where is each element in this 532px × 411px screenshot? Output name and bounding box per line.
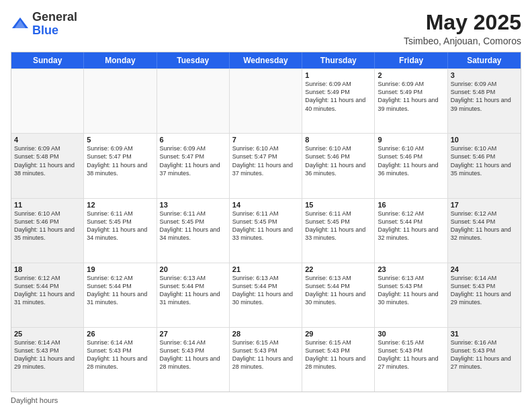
logo: General Blue xyxy=(11,11,77,38)
weekday-header: Monday xyxy=(84,52,157,68)
weekday-header: Saturday xyxy=(448,52,521,68)
logo-blue-text: Blue xyxy=(32,24,58,37)
day-cell: 25Sunrise: 6:14 AM Sunset: 5:43 PM Dayli… xyxy=(11,328,84,392)
day-number: 29 xyxy=(305,330,371,338)
day-number: 24 xyxy=(451,265,518,273)
day-cell: 28Sunrise: 6:15 AM Sunset: 5:43 PM Dayli… xyxy=(230,328,302,392)
day-cell: 6Sunrise: 6:09 AM Sunset: 5:47 PM Daylig… xyxy=(157,134,230,197)
day-cell: 23Sunrise: 6:13 AM Sunset: 5:43 PM Dayli… xyxy=(375,263,447,327)
day-number: 6 xyxy=(160,136,226,144)
day-cell: 12Sunrise: 6:11 AM Sunset: 5:45 PM Dayli… xyxy=(84,199,157,263)
day-number: 11 xyxy=(14,201,81,209)
calendar: SundayMondayTuesdayWednesdayThursdayFrid… xyxy=(11,52,521,392)
day-info: Sunrise: 6:15 AM Sunset: 5:43 PM Dayligh… xyxy=(305,338,371,371)
day-info: Sunrise: 6:11 AM Sunset: 5:45 PM Dayligh… xyxy=(232,210,299,242)
day-number: 23 xyxy=(378,265,444,273)
day-info: Sunrise: 6:10 AM Sunset: 5:46 PM Dayligh… xyxy=(14,210,81,242)
day-number: 17 xyxy=(451,201,518,209)
calendar-row: 25Sunrise: 6:14 AM Sunset: 5:43 PM Dayli… xyxy=(11,327,521,392)
day-info: Sunrise: 6:09 AM Sunset: 5:49 PM Dayligh… xyxy=(378,80,444,113)
day-cell: 22Sunrise: 6:13 AM Sunset: 5:44 PM Dayli… xyxy=(302,263,375,327)
day-cell: 24Sunrise: 6:14 AM Sunset: 5:43 PM Dayli… xyxy=(448,263,521,327)
day-info: Sunrise: 6:12 AM Sunset: 5:44 PM Dayligh… xyxy=(378,210,444,242)
day-cell: 21Sunrise: 6:13 AM Sunset: 5:44 PM Dayli… xyxy=(230,263,302,327)
day-number: 5 xyxy=(87,136,153,144)
day-cell: 29Sunrise: 6:15 AM Sunset: 5:43 PM Dayli… xyxy=(302,328,375,392)
day-info: Sunrise: 6:14 AM Sunset: 5:43 PM Dayligh… xyxy=(14,338,81,371)
day-number: 26 xyxy=(87,330,153,338)
weekday-header: Sunday xyxy=(11,52,84,68)
day-info: Sunrise: 6:12 AM Sunset: 5:44 PM Dayligh… xyxy=(451,210,518,242)
day-number: 22 xyxy=(305,265,371,273)
day-info: Sunrise: 6:13 AM Sunset: 5:44 PM Dayligh… xyxy=(232,274,299,307)
day-cell: 16Sunrise: 6:12 AM Sunset: 5:44 PM Dayli… xyxy=(375,199,447,263)
empty-cell xyxy=(230,69,302,133)
weekday-header: Thursday xyxy=(302,52,375,68)
day-cell: 5Sunrise: 6:09 AM Sunset: 5:47 PM Daylig… xyxy=(84,134,157,197)
day-cell: 30Sunrise: 6:15 AM Sunset: 5:43 PM Dayli… xyxy=(375,328,447,392)
day-number: 19 xyxy=(87,265,153,273)
day-info: Sunrise: 6:10 AM Sunset: 5:47 PM Dayligh… xyxy=(232,144,299,177)
day-cell: 14Sunrise: 6:11 AM Sunset: 5:45 PM Dayli… xyxy=(230,199,302,263)
calendar-row: 18Sunrise: 6:12 AM Sunset: 5:44 PM Dayli… xyxy=(11,263,521,327)
day-info: Sunrise: 6:09 AM Sunset: 5:48 PM Dayligh… xyxy=(451,80,518,113)
day-cell: 4Sunrise: 6:09 AM Sunset: 5:48 PM Daylig… xyxy=(11,134,84,197)
day-cell: 1Sunrise: 6:09 AM Sunset: 5:49 PM Daylig… xyxy=(302,69,375,133)
day-cell: 13Sunrise: 6:11 AM Sunset: 5:45 PM Dayli… xyxy=(157,199,230,263)
day-cell: 18Sunrise: 6:12 AM Sunset: 5:44 PM Dayli… xyxy=(11,263,84,327)
day-cell: 10Sunrise: 6:10 AM Sunset: 5:46 PM Dayli… xyxy=(448,134,521,197)
calendar-row: 1Sunrise: 6:09 AM Sunset: 5:49 PM Daylig… xyxy=(11,68,521,133)
logo-general-text: General xyxy=(32,10,77,24)
day-number: 21 xyxy=(232,265,299,273)
day-number: 15 xyxy=(305,201,371,209)
header: General Blue May 2025 Tsimbeo, Anjouan, … xyxy=(11,11,521,46)
day-info: Sunrise: 6:13 AM Sunset: 5:44 PM Dayligh… xyxy=(160,274,226,307)
day-info: Sunrise: 6:13 AM Sunset: 5:43 PM Dayligh… xyxy=(378,274,444,307)
day-number: 28 xyxy=(232,330,299,338)
day-cell: 11Sunrise: 6:10 AM Sunset: 5:46 PM Dayli… xyxy=(11,199,84,263)
day-info: Sunrise: 6:11 AM Sunset: 5:45 PM Dayligh… xyxy=(305,210,371,242)
day-info: Sunrise: 6:10 AM Sunset: 5:46 PM Dayligh… xyxy=(451,144,518,177)
day-number: 12 xyxy=(87,201,153,209)
day-info: Sunrise: 6:15 AM Sunset: 5:43 PM Dayligh… xyxy=(232,338,299,371)
day-number: 31 xyxy=(451,330,518,338)
day-number: 10 xyxy=(451,136,518,144)
day-info: Sunrise: 6:11 AM Sunset: 5:45 PM Dayligh… xyxy=(87,210,153,242)
logo-icon xyxy=(11,15,30,34)
day-cell: 9Sunrise: 6:10 AM Sunset: 5:46 PM Daylig… xyxy=(375,134,447,197)
day-info: Sunrise: 6:12 AM Sunset: 5:44 PM Dayligh… xyxy=(87,274,153,307)
day-info: Sunrise: 6:09 AM Sunset: 5:49 PM Dayligh… xyxy=(305,80,371,113)
day-info: Sunrise: 6:10 AM Sunset: 5:46 PM Dayligh… xyxy=(305,144,371,177)
day-number: 8 xyxy=(305,136,371,144)
day-cell: 15Sunrise: 6:11 AM Sunset: 5:45 PM Dayli… xyxy=(302,199,375,263)
day-number: 25 xyxy=(14,330,81,338)
day-number: 2 xyxy=(378,71,444,79)
page: General Blue May 2025 Tsimbeo, Anjouan, … xyxy=(0,0,532,411)
day-cell: 7Sunrise: 6:10 AM Sunset: 5:47 PM Daylig… xyxy=(230,134,302,197)
day-number: 13 xyxy=(160,201,226,209)
day-cell: 26Sunrise: 6:14 AM Sunset: 5:43 PM Dayli… xyxy=(84,328,157,392)
day-info: Sunrise: 6:12 AM Sunset: 5:44 PM Dayligh… xyxy=(14,274,81,307)
day-info: Sunrise: 6:10 AM Sunset: 5:46 PM Dayligh… xyxy=(378,144,444,177)
day-info: Sunrise: 6:09 AM Sunset: 5:47 PM Dayligh… xyxy=(87,144,153,177)
day-number: 30 xyxy=(378,330,444,338)
day-info: Sunrise: 6:09 AM Sunset: 5:48 PM Dayligh… xyxy=(14,144,81,177)
weekday-header: Tuesday xyxy=(157,52,230,68)
day-cell: 8Sunrise: 6:10 AM Sunset: 5:46 PM Daylig… xyxy=(302,134,375,197)
weekday-header: Wednesday xyxy=(230,52,302,68)
day-cell: 17Sunrise: 6:12 AM Sunset: 5:44 PM Dayli… xyxy=(448,199,521,263)
day-info: Sunrise: 6:11 AM Sunset: 5:45 PM Dayligh… xyxy=(160,210,226,242)
footer: Daylight hours xyxy=(11,396,521,404)
day-number: 27 xyxy=(160,330,226,338)
day-info: Sunrise: 6:14 AM Sunset: 5:43 PM Dayligh… xyxy=(87,338,153,371)
day-number: 4 xyxy=(14,136,81,144)
day-cell: 31Sunrise: 6:16 AM Sunset: 5:43 PM Dayli… xyxy=(448,328,521,392)
calendar-row: 4Sunrise: 6:09 AM Sunset: 5:48 PM Daylig… xyxy=(11,133,521,197)
day-info: Sunrise: 6:13 AM Sunset: 5:44 PM Dayligh… xyxy=(305,274,371,307)
day-cell: 19Sunrise: 6:12 AM Sunset: 5:44 PM Dayli… xyxy=(84,263,157,327)
day-number: 14 xyxy=(232,201,299,209)
calendar-header: SundayMondayTuesdayWednesdayThursdayFrid… xyxy=(11,52,521,68)
day-info: Sunrise: 6:14 AM Sunset: 5:43 PM Dayligh… xyxy=(451,274,518,307)
day-number: 20 xyxy=(160,265,226,273)
calendar-body: 1Sunrise: 6:09 AM Sunset: 5:49 PM Daylig… xyxy=(11,68,521,392)
